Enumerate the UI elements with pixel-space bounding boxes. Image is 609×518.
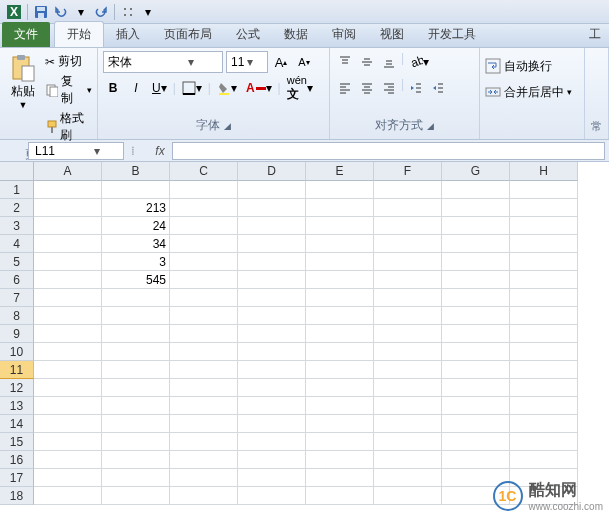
cell[interactable] [510, 217, 578, 235]
cell[interactable] [238, 361, 306, 379]
cell[interactable] [442, 433, 510, 451]
cell[interactable] [374, 343, 442, 361]
cell[interactable] [102, 451, 170, 469]
cell[interactable] [442, 271, 510, 289]
paste-icon[interactable] [9, 53, 37, 83]
cell[interactable] [170, 469, 238, 487]
select-all-corner[interactable] [0, 162, 34, 181]
cell[interactable] [34, 379, 102, 397]
tab-开始[interactable]: 开始 [54, 21, 104, 47]
row-header[interactable]: 12 [0, 379, 34, 397]
cell[interactable]: 24 [102, 217, 170, 235]
cell[interactable] [102, 181, 170, 199]
cell[interactable] [170, 397, 238, 415]
cell[interactable]: 34 [102, 235, 170, 253]
cell[interactable] [306, 235, 374, 253]
column-header[interactable]: E [306, 162, 374, 181]
cell[interactable] [170, 217, 238, 235]
cell[interactable] [510, 199, 578, 217]
cell[interactable] [374, 307, 442, 325]
wrap-text-button[interactable]: 自动换行 [485, 55, 552, 77]
cell[interactable] [510, 433, 578, 451]
cell[interactable] [102, 361, 170, 379]
tab-页面布局[interactable]: 页面布局 [152, 22, 224, 47]
cell[interactable] [306, 289, 374, 307]
column-header[interactable]: C [170, 162, 238, 181]
tab-视图[interactable]: 视图 [368, 22, 416, 47]
cell[interactable] [374, 487, 442, 505]
redo-icon[interactable] [92, 3, 110, 21]
align-right-icon[interactable] [379, 77, 399, 99]
row-header[interactable]: 13 [0, 397, 34, 415]
row-header[interactable]: 4 [0, 235, 34, 253]
cell[interactable] [306, 433, 374, 451]
align-center-icon[interactable] [357, 77, 377, 99]
column-header[interactable]: G [442, 162, 510, 181]
cell[interactable] [238, 487, 306, 505]
undo-icon[interactable] [52, 3, 70, 21]
cell[interactable] [170, 271, 238, 289]
cell[interactable] [170, 325, 238, 343]
cell[interactable] [442, 361, 510, 379]
name-box[interactable]: L11▾ [28, 142, 124, 160]
paste-dropdown-icon[interactable]: ▼ [18, 100, 27, 110]
cut-button[interactable]: ✂剪切 [45, 53, 92, 70]
row-header[interactable]: 8 [0, 307, 34, 325]
cell[interactable] [510, 397, 578, 415]
row-header[interactable]: 6 [0, 271, 34, 289]
cell[interactable] [238, 415, 306, 433]
dropdown-arrow-icon[interactable]: ▾ [76, 144, 117, 158]
cell[interactable] [510, 307, 578, 325]
cell[interactable] [238, 343, 306, 361]
cell[interactable] [238, 451, 306, 469]
cell[interactable] [510, 361, 578, 379]
cell[interactable] [306, 253, 374, 271]
cell[interactable] [34, 271, 102, 289]
cell[interactable] [374, 361, 442, 379]
cell[interactable] [34, 181, 102, 199]
cell[interactable] [374, 271, 442, 289]
column-header[interactable]: F [374, 162, 442, 181]
save-icon[interactable] [32, 3, 50, 21]
cell[interactable] [238, 235, 306, 253]
cell[interactable] [238, 253, 306, 271]
increase-indent-icon[interactable] [428, 77, 448, 99]
cell[interactable] [510, 325, 578, 343]
cell[interactable] [306, 487, 374, 505]
cell[interactable] [170, 253, 238, 271]
cell[interactable] [170, 289, 238, 307]
cell[interactable] [442, 253, 510, 271]
cell[interactable] [510, 379, 578, 397]
cell[interactable] [34, 253, 102, 271]
row-header[interactable]: 16 [0, 451, 34, 469]
cell[interactable] [238, 397, 306, 415]
cell[interactable] [34, 451, 102, 469]
cell[interactable] [34, 289, 102, 307]
cell[interactable] [442, 181, 510, 199]
cell[interactable] [102, 469, 170, 487]
cell[interactable] [34, 433, 102, 451]
cell[interactable] [442, 379, 510, 397]
cell[interactable] [374, 289, 442, 307]
spreadsheet-grid[interactable]: ABCDEFGH 123456789101112131415161718 213… [0, 162, 609, 518]
cell[interactable] [34, 307, 102, 325]
cell[interactable] [238, 271, 306, 289]
cell[interactable] [442, 343, 510, 361]
cell[interactable] [238, 199, 306, 217]
font-color-button[interactable]: A ▾ [243, 77, 275, 99]
fx-icon[interactable]: fx [148, 144, 172, 158]
cell[interactable] [510, 451, 578, 469]
tab-公式[interactable]: 公式 [224, 22, 272, 47]
cell[interactable] [510, 235, 578, 253]
cell[interactable]: 213 [102, 199, 170, 217]
row-header[interactable]: 9 [0, 325, 34, 343]
cell[interactable] [442, 289, 510, 307]
cell[interactable] [306, 397, 374, 415]
qat-customize-icon[interactable] [119, 3, 137, 21]
row-header[interactable]: 7 [0, 289, 34, 307]
cell[interactable] [306, 307, 374, 325]
cell[interactable] [374, 433, 442, 451]
cell[interactable] [442, 415, 510, 433]
merge-center-button[interactable]: 合并后居中▾ [485, 81, 572, 103]
cell[interactable] [374, 397, 442, 415]
